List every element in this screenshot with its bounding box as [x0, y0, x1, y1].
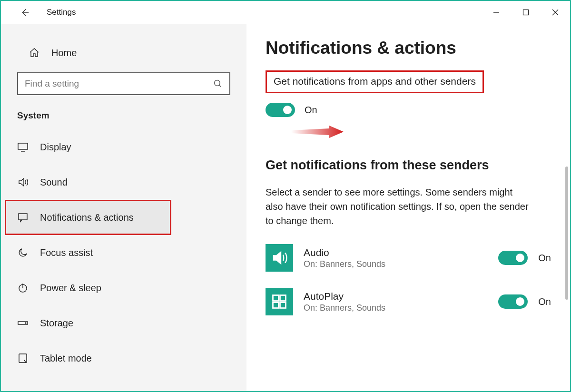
toggle-knob	[516, 297, 524, 306]
sender-toggle-state: On	[538, 296, 551, 307]
svg-line-5	[219, 85, 221, 87]
sidebar-item-label: Sound	[40, 177, 68, 188]
minimize-icon	[493, 9, 500, 16]
sidebar-item-tablet-mode[interactable]: Tablet mode	[1, 341, 246, 376]
sender-toggle-audio[interactable]	[498, 251, 528, 265]
toggle-knob	[283, 106, 292, 114]
svg-marker-14	[291, 126, 344, 138]
audio-icon	[266, 244, 293, 272]
autoplay-icon	[266, 288, 293, 315]
sidebar-item-label: Storage	[40, 318, 73, 329]
sidebar-item-label: Tablet mode	[40, 353, 92, 364]
back-button[interactable]	[16, 4, 33, 21]
sender-row-audio[interactable]: Audio On: Banners, Sounds On	[266, 244, 551, 272]
power-icon	[17, 282, 29, 294]
svg-rect-18	[280, 303, 286, 308]
main-toggle-state: On	[305, 105, 317, 116]
moon-icon	[17, 247, 29, 258]
sidebar-item-label: Display	[40, 142, 71, 153]
sidebar-home[interactable]: Home	[1, 38, 246, 68]
svg-point-4	[215, 80, 220, 86]
sidebar-home-label: Home	[51, 48, 77, 59]
svg-rect-17	[273, 303, 279, 308]
search-icon	[213, 79, 223, 88]
sender-toggle-autoplay[interactable]	[498, 294, 528, 309]
sender-toggle-state: On	[538, 253, 551, 264]
search-input[interactable]	[25, 78, 213, 89]
arrow-left-icon	[20, 7, 30, 18]
svg-rect-13	[19, 354, 27, 363]
main-toggle-text: Get notifications from apps and other se…	[274, 76, 476, 87]
main-toggle-callout: Get notifications from apps and other se…	[266, 70, 484, 93]
storage-icon	[17, 317, 29, 329]
toggle-knob	[516, 254, 524, 262]
sidebar-item-label: Notifications & actions	[40, 212, 134, 223]
svg-rect-15	[273, 295, 279, 301]
sidebar-item-display[interactable]: Display	[1, 129, 246, 165]
maximize-icon	[522, 9, 529, 16]
page-title: Notifications & actions	[266, 38, 551, 58]
sender-row-autoplay[interactable]: AutoPlay On: Banners, Sounds On	[266, 288, 551, 315]
svg-rect-6	[18, 143, 28, 149]
sidebar-item-label: Power & sleep	[40, 283, 101, 294]
main-notifications-toggle[interactable]	[266, 103, 295, 117]
sidebar-category: System	[17, 110, 246, 121]
sidebar-item-storage[interactable]: Storage	[1, 305, 246, 341]
sender-name: AutoPlay	[304, 291, 488, 302]
sender-sub: On: Banners, Sounds	[304, 259, 488, 269]
close-icon	[552, 9, 559, 16]
svg-point-12	[25, 323, 26, 323]
maximize-button[interactable]	[511, 2, 541, 23]
arrow-annotation	[291, 126, 551, 140]
sound-icon	[17, 176, 29, 188]
scrollbar[interactable]	[565, 167, 568, 300]
tablet-icon	[17, 353, 29, 364]
sidebar: Home System Display Sound Notifications …	[1, 24, 246, 391]
svg-rect-1	[523, 10, 529, 15]
arrow-right-icon	[291, 126, 344, 138]
svg-rect-16	[280, 295, 286, 301]
senders-description: Select a sender to see more settings. So…	[266, 185, 532, 228]
svg-rect-8	[19, 214, 27, 220]
senders-heading: Get notifications from these senders	[266, 158, 551, 173]
minimize-button[interactable]	[482, 2, 511, 23]
home-icon	[29, 47, 40, 59]
sidebar-item-sound[interactable]: Sound	[1, 165, 246, 200]
close-button[interactable]	[541, 2, 570, 23]
sidebar-item-focus-assist[interactable]: Focus assist	[1, 235, 246, 270]
display-icon	[17, 141, 29, 153]
sender-name: Audio	[304, 247, 488, 258]
notifications-icon	[17, 212, 29, 223]
sender-sub: On: Banners, Sounds	[304, 303, 488, 313]
window-title: Settings	[47, 8, 76, 17]
sidebar-item-notifications[interactable]: Notifications & actions	[5, 200, 171, 235]
sidebar-item-label: Focus assist	[40, 247, 93, 258]
sidebar-item-power-sleep[interactable]: Power & sleep	[1, 270, 246, 305]
content-pane: Notifications & actions Get notification…	[246, 24, 570, 391]
search-box[interactable]	[17, 72, 230, 95]
